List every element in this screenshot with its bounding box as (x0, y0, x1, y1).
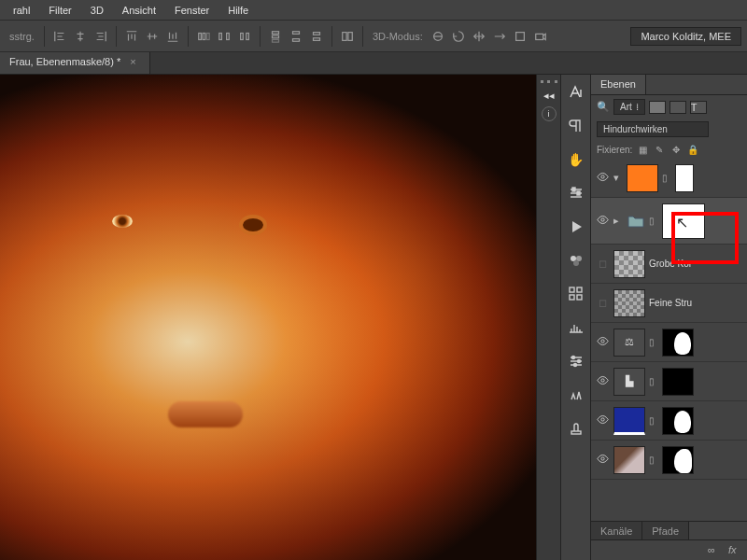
distribute-h-icon[interactable] (194, 27, 213, 46)
layer-mask-thumbnail[interactable] (675, 164, 694, 192)
lock-position-icon[interactable]: ✥ (669, 143, 683, 156)
layer-row[interactable]: ▯ (591, 441, 747, 480)
svg-rect-31 (571, 431, 581, 434)
fx-icon[interactable]: fx (728, 544, 741, 557)
layer-mask-thumbnail[interactable]: ↖ (662, 203, 705, 239)
svg-rect-1 (203, 33, 205, 39)
play-icon[interactable] (566, 217, 586, 237)
visibility-icon[interactable] (595, 171, 610, 185)
layer-mask-thumbnail[interactable] (662, 329, 694, 357)
tab-layers[interactable]: Ebenen (591, 75, 646, 94)
layer-row[interactable]: ⚖ ▯ (591, 323, 747, 362)
align-center-v-icon[interactable] (143, 27, 162, 46)
distribute-v-icon[interactable] (266, 27, 285, 46)
collapsed-tab-icon[interactable]: ◂◂ (540, 86, 558, 105)
menu-item[interactable]: rahl (4, 5, 39, 16)
filter-type-icon[interactable]: T (690, 101, 707, 114)
filter-kind-select[interactable]: Art ⁞ (613, 99, 645, 115)
expand-icon[interactable]: ▾ (613, 172, 623, 184)
visibility-icon[interactable] (595, 453, 610, 467)
adjustment-thumbnail[interactable]: ⚖ (613, 329, 645, 357)
layer-mask-thumbnail[interactable] (662, 407, 694, 435)
paragraph-icon[interactable] (566, 116, 586, 136)
align-right-icon[interactable] (92, 27, 110, 46)
visibility-off-icon[interactable]: ◻ (595, 258, 610, 270)
layer-mask-thumbnail[interactable] (662, 446, 694, 474)
tab-channels[interactable]: Kanäle (591, 522, 642, 539)
stamp-icon[interactable] (566, 418, 586, 439)
document-tab[interactable]: Frau, Ebenenmaske/8) * (0, 52, 150, 74)
user-badge[interactable]: Marco Kolditz, MEE (630, 27, 741, 46)
layer-row[interactable]: ◻ Feine Stru (591, 284, 747, 323)
layer-name[interactable]: Grobe Kor (649, 259, 692, 269)
adjust-icon[interactable] (566, 183, 586, 203)
3d-rotate-icon[interactable] (449, 27, 468, 46)
visibility-icon[interactable] (595, 214, 610, 228)
3d-pan-icon[interactable] (470, 27, 488, 46)
visibility-icon[interactable] (595, 335, 610, 349)
layer-thumbnail[interactable] (613, 250, 645, 278)
svg-rect-11 (292, 38, 299, 41)
svg-point-30 (573, 364, 576, 367)
visibility-icon[interactable] (595, 413, 610, 427)
layer-row[interactable]: ▸ ▯ ↖ (591, 198, 747, 245)
visibility-icon[interactable] (595, 374, 610, 388)
menu-item[interactable]: Hilfe (218, 5, 258, 16)
distribute-v2-icon[interactable] (287, 27, 305, 46)
align-top-icon[interactable] (122, 27, 141, 46)
character-icon[interactable] (566, 82, 586, 103)
layer-thumbnail[interactable] (613, 289, 645, 317)
brushes-icon[interactable] (566, 385, 586, 405)
layer-thumbnail[interactable] (627, 164, 658, 192)
svg-rect-3 (219, 33, 222, 39)
3d-camera-icon[interactable] (531, 27, 550, 46)
distribute-v3-icon[interactable] (307, 27, 326, 46)
layer-name[interactable]: Feine Stru (649, 298, 692, 308)
sliders-icon[interactable] (566, 351, 586, 371)
3d-mode-label: 3D-Modus: (369, 31, 427, 42)
layer-row[interactable]: ◻ Grobe Kor (591, 245, 747, 284)
grid-icon[interactable] (566, 284, 586, 304)
3d-orbit-icon[interactable] (429, 27, 447, 46)
menu-item[interactable]: Ansicht (113, 5, 165, 16)
link-icon: ▯ (662, 173, 671, 183)
canvas[interactable] (0, 75, 536, 560)
lock-transparency-icon[interactable]: ▦ (636, 143, 649, 156)
histogram-icon[interactable] (566, 317, 586, 338)
auto-align-icon[interactable] (338, 27, 357, 46)
lock-all-icon[interactable]: 🔒 (686, 143, 699, 156)
3d-scale-icon[interactable] (511, 27, 529, 46)
folder-icon[interactable] (627, 214, 645, 229)
swatches-icon[interactable] (566, 250, 586, 271)
filter-adjust-icon[interactable] (669, 101, 686, 114)
layer-row[interactable]: ▾ ▯ (591, 159, 747, 198)
layer-thumbnail[interactable] (613, 407, 645, 435)
info-icon[interactable]: i (542, 106, 557, 121)
3d-slide-icon[interactable] (490, 27, 509, 46)
tab-paths[interactable]: Pfade (642, 522, 689, 539)
align-bottom-icon[interactable] (163, 27, 182, 46)
align-center-h-icon[interactable] (71, 27, 90, 46)
hand-icon[interactable]: ✋ (566, 149, 586, 170)
filter-pixel-icon[interactable] (649, 101, 666, 114)
collapsed-panel-strip[interactable]: ◂◂ i (536, 75, 560, 560)
panel-tabs: Ebenen (591, 75, 747, 95)
blend-mode-select[interactable]: Hindurchwirken (597, 121, 709, 137)
align-left-icon[interactable] (50, 27, 69, 46)
layer-thumbnail[interactable] (613, 446, 645, 474)
lock-paint-icon[interactable]: ✎ (653, 143, 666, 156)
menu-item[interactable]: 3D (81, 5, 113, 16)
layer-mask-thumbnail[interactable] (662, 368, 694, 396)
layer-row[interactable]: ▙ ▯ (591, 362, 747, 401)
expand-icon[interactable]: ▸ (613, 215, 623, 227)
adjustment-thumbnail[interactable]: ▙ (613, 368, 645, 396)
svg-point-34 (600, 340, 603, 343)
distribute-h2-icon[interactable] (215, 27, 233, 46)
link-layers-icon[interactable]: ∞ (708, 544, 721, 557)
menu-item[interactable]: Filter (39, 5, 80, 16)
menu-item[interactable]: Fenster (165, 5, 218, 16)
svg-rect-17 (515, 32, 524, 40)
distribute-h3-icon[interactable] (235, 27, 254, 46)
layer-row[interactable]: ▯ (591, 401, 747, 441)
visibility-off-icon[interactable]: ◻ (595, 297, 610, 309)
